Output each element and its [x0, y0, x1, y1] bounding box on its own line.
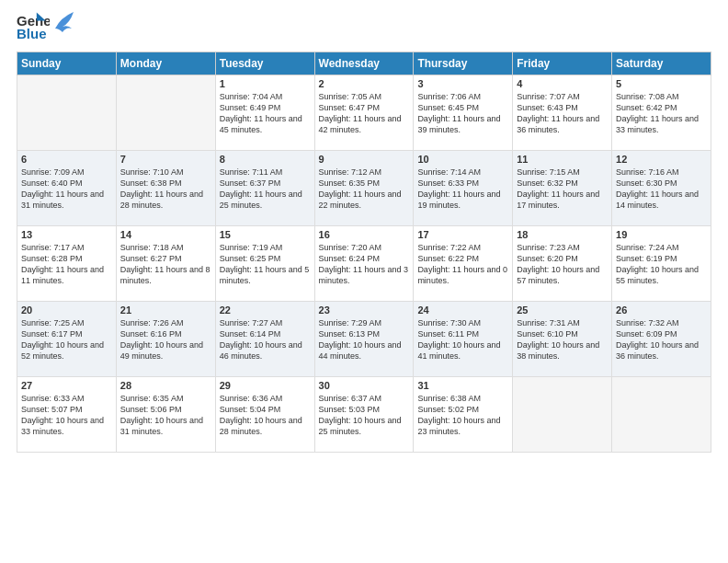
day-info: Sunrise: 7:22 AM Sunset: 6:22 PM Dayligh…	[417, 242, 508, 287]
day-number: 27	[21, 380, 112, 391]
day-number: 22	[220, 304, 311, 316]
column-header-monday: Monday	[116, 52, 215, 75]
column-header-wednesday: Wednesday	[314, 52, 414, 75]
calendar-header-row: SundayMondayTuesdayWednesdayThursdayFrid…	[17, 52, 711, 75]
header: General Blue	[0, 0, 728, 52]
calendar-wrapper: SundayMondayTuesdayWednesdayThursdayFrid…	[0, 52, 728, 453]
calendar-day-cell: 1Sunrise: 7:04 AM Sunset: 6:49 PM Daylig…	[215, 75, 314, 151]
calendar-day-cell: 29Sunrise: 6:36 AM Sunset: 5:04 PM Dayli…	[215, 377, 314, 453]
day-number: 11	[517, 154, 608, 165]
day-number: 24	[417, 304, 508, 316]
day-info: Sunrise: 7:14 AM Sunset: 6:33 PM Dayligh…	[417, 167, 508, 212]
calendar-day-cell: 18Sunrise: 7:23 AM Sunset: 6:20 PM Dayli…	[513, 226, 612, 302]
day-number: 25	[517, 304, 608, 316]
day-info: Sunrise: 7:31 AM Sunset: 6:10 PM Dayligh…	[517, 317, 608, 362]
column-header-saturday: Saturday	[612, 52, 711, 75]
day-number: 29	[220, 380, 311, 391]
day-number: 23	[319, 304, 410, 316]
calendar-week-row: 1Sunrise: 7:04 AM Sunset: 6:49 PM Daylig…	[17, 75, 711, 151]
calendar-table: SundayMondayTuesdayWednesdayThursdayFrid…	[17, 52, 711, 453]
calendar-week-row: 13Sunrise: 7:17 AM Sunset: 6:28 PM Dayli…	[17, 226, 711, 302]
day-info: Sunrise: 7:05 AM Sunset: 6:47 PM Dayligh…	[319, 91, 410, 136]
day-number: 1	[220, 78, 311, 89]
calendar-day-cell: 13Sunrise: 7:17 AM Sunset: 6:28 PM Dayli…	[17, 226, 117, 302]
day-info: Sunrise: 7:23 AM Sunset: 6:20 PM Dayligh…	[517, 242, 608, 287]
day-info: Sunrise: 7:19 AM Sunset: 6:25 PM Dayligh…	[220, 242, 311, 287]
day-info: Sunrise: 7:04 AM Sunset: 6:49 PM Dayligh…	[220, 91, 311, 136]
calendar-day-cell: 17Sunrise: 7:22 AM Sunset: 6:22 PM Dayli…	[414, 226, 513, 302]
column-header-tuesday: Tuesday	[215, 52, 314, 75]
day-info: Sunrise: 6:33 AM Sunset: 5:07 PM Dayligh…	[21, 393, 112, 438]
day-number: 21	[120, 304, 211, 316]
day-number: 6	[21, 154, 112, 165]
calendar-day-cell: 31Sunrise: 6:38 AM Sunset: 5:02 PM Dayli…	[414, 377, 513, 453]
calendar-day-cell: 20Sunrise: 7:25 AM Sunset: 6:17 PM Dayli…	[17, 302, 117, 377]
calendar-day-cell: 4Sunrise: 7:07 AM Sunset: 6:43 PM Daylig…	[513, 75, 612, 151]
day-info: Sunrise: 7:06 AM Sunset: 6:45 PM Dayligh…	[417, 91, 508, 136]
day-info: Sunrise: 7:17 AM Sunset: 6:28 PM Dayligh…	[21, 242, 112, 287]
day-number: 8	[220, 154, 311, 165]
calendar-day-cell	[116, 75, 215, 151]
calendar-day-cell: 25Sunrise: 7:31 AM Sunset: 6:10 PM Dayli…	[513, 302, 612, 377]
day-info: Sunrise: 7:32 AM Sunset: 6:09 PM Dayligh…	[616, 317, 707, 362]
day-info: Sunrise: 7:24 AM Sunset: 6:19 PM Dayligh…	[616, 242, 707, 287]
day-number: 5	[616, 78, 707, 89]
calendar-week-row: 27Sunrise: 6:33 AM Sunset: 5:07 PM Dayli…	[17, 377, 711, 453]
calendar-day-cell: 12Sunrise: 7:16 AM Sunset: 6:30 PM Dayli…	[612, 151, 711, 226]
day-info: Sunrise: 7:26 AM Sunset: 6:16 PM Dayligh…	[120, 317, 211, 362]
calendar-day-cell: 5Sunrise: 7:08 AM Sunset: 6:42 PM Daylig…	[612, 75, 711, 151]
column-header-friday: Friday	[513, 52, 612, 75]
calendar-day-cell: 14Sunrise: 7:18 AM Sunset: 6:27 PM Dayli…	[116, 226, 215, 302]
calendar-day-cell: 30Sunrise: 6:37 AM Sunset: 5:03 PM Dayli…	[314, 377, 414, 453]
day-info: Sunrise: 7:30 AM Sunset: 6:11 PM Dayligh…	[417, 317, 508, 362]
calendar-day-cell	[513, 377, 612, 453]
calendar-day-cell: 6Sunrise: 7:09 AM Sunset: 6:40 PM Daylig…	[17, 151, 117, 226]
calendar-day-cell: 21Sunrise: 7:26 AM Sunset: 6:16 PM Dayli…	[116, 302, 215, 377]
day-info: Sunrise: 6:37 AM Sunset: 5:03 PM Dayligh…	[319, 393, 410, 438]
calendar-week-row: 6Sunrise: 7:09 AM Sunset: 6:40 PM Daylig…	[17, 151, 711, 226]
day-info: Sunrise: 7:16 AM Sunset: 6:30 PM Dayligh…	[616, 167, 707, 212]
logo: General Blue	[17, 11, 74, 44]
calendar-day-cell: 28Sunrise: 6:35 AM Sunset: 5:06 PM Dayli…	[116, 377, 215, 453]
day-number: 9	[319, 154, 410, 165]
column-header-thursday: Thursday	[414, 52, 513, 75]
column-header-sunday: Sunday	[17, 52, 117, 75]
calendar-day-cell: 2Sunrise: 7:05 AM Sunset: 6:47 PM Daylig…	[314, 75, 414, 151]
calendar-day-cell: 27Sunrise: 6:33 AM Sunset: 5:07 PM Dayli…	[17, 377, 117, 453]
svg-text:Blue: Blue	[17, 26, 47, 41]
day-number: 30	[319, 380, 410, 391]
day-info: Sunrise: 7:25 AM Sunset: 6:17 PM Dayligh…	[21, 317, 112, 362]
day-number: 28	[120, 380, 211, 391]
day-number: 19	[616, 229, 707, 240]
calendar-day-cell	[17, 75, 117, 151]
day-info: Sunrise: 7:09 AM Sunset: 6:40 PM Dayligh…	[21, 167, 112, 212]
day-number: 4	[517, 78, 608, 89]
day-number: 17	[417, 229, 508, 240]
day-number: 31	[417, 380, 508, 391]
day-number: 16	[319, 229, 410, 240]
day-number: 26	[616, 304, 707, 316]
day-number: 13	[21, 229, 112, 240]
calendar-day-cell: 9Sunrise: 7:12 AM Sunset: 6:35 PM Daylig…	[314, 151, 414, 226]
logo-bird-icon	[53, 10, 74, 38]
calendar-day-cell: 16Sunrise: 7:20 AM Sunset: 6:24 PM Dayli…	[314, 226, 414, 302]
day-info: Sunrise: 6:36 AM Sunset: 5:04 PM Dayligh…	[220, 393, 311, 438]
day-number: 3	[417, 78, 508, 89]
day-info: Sunrise: 7:12 AM Sunset: 6:35 PM Dayligh…	[319, 167, 410, 212]
day-info: Sunrise: 7:27 AM Sunset: 6:14 PM Dayligh…	[220, 317, 311, 362]
day-info: Sunrise: 7:10 AM Sunset: 6:38 PM Dayligh…	[120, 167, 211, 212]
day-info: Sunrise: 7:08 AM Sunset: 6:42 PM Dayligh…	[616, 91, 707, 136]
calendar-day-cell: 22Sunrise: 7:27 AM Sunset: 6:14 PM Dayli…	[215, 302, 314, 377]
day-number: 18	[517, 229, 608, 240]
day-info: Sunrise: 7:29 AM Sunset: 6:13 PM Dayligh…	[319, 317, 410, 362]
calendar-day-cell: 15Sunrise: 7:19 AM Sunset: 6:25 PM Dayli…	[215, 226, 314, 302]
calendar-day-cell: 23Sunrise: 7:29 AM Sunset: 6:13 PM Dayli…	[314, 302, 414, 377]
calendar-day-cell: 8Sunrise: 7:11 AM Sunset: 6:37 PM Daylig…	[215, 151, 314, 226]
day-number: 20	[21, 304, 112, 316]
day-info: Sunrise: 7:07 AM Sunset: 6:43 PM Dayligh…	[517, 91, 608, 136]
day-info: Sunrise: 7:18 AM Sunset: 6:27 PM Dayligh…	[120, 242, 211, 287]
day-number: 7	[120, 154, 211, 165]
calendar-day-cell: 19Sunrise: 7:24 AM Sunset: 6:19 PM Dayli…	[612, 226, 711, 302]
calendar-day-cell: 26Sunrise: 7:32 AM Sunset: 6:09 PM Dayli…	[612, 302, 711, 377]
calendar-day-cell: 7Sunrise: 7:10 AM Sunset: 6:38 PM Daylig…	[116, 151, 215, 226]
